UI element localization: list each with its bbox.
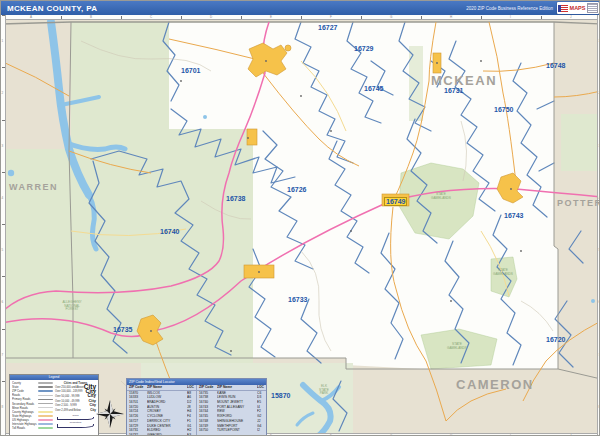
- map-sheet: ABCDEFGHIJ ABCDEFGHIJ 12345678 12345678 …: [0, 0, 600, 436]
- county-map: [1, 1, 600, 436]
- grid-tick: [421, 16, 422, 19]
- grid-label: G: [390, 16, 392, 19]
- legend-road-list: CountyStateZIP CodeRoadsPrimary RoadsSec…: [10, 380, 54, 430]
- scale-bar-km: kilometers: [55, 421, 96, 428]
- legend-city-label: Over 250,000 and Above: [55, 386, 84, 389]
- legend-road-sample: [38, 423, 53, 425]
- grid-tick: [2, 381, 5, 382]
- legend-road-sample: [38, 427, 53, 429]
- page-title: MCKEAN COUNTY, PA: [7, 4, 466, 13]
- legend-road-sample: [38, 415, 53, 417]
- legend-road-sample: [38, 403, 53, 405]
- grid-tick: [481, 16, 482, 19]
- grid-label: E: [270, 16, 272, 19]
- grid-label: 4: [2, 197, 4, 200]
- grid-tick: [241, 16, 242, 19]
- legend-road-sample: [38, 386, 53, 388]
- grid-label: J: [570, 16, 572, 19]
- grid-tick: [181, 16, 182, 19]
- grid-tick: [2, 67, 5, 68]
- scale-miles-bar: [57, 417, 94, 421]
- grid-tick: [2, 276, 5, 277]
- logo-brand: MAPS: [570, 5, 586, 11]
- city-smethport: [382, 194, 409, 206]
- grid-strip-top: ABCDEFGHIJ: [1, 15, 600, 20]
- grid-tick: [61, 16, 62, 19]
- grid-label: A: [30, 16, 32, 19]
- legend-road-sample: [38, 419, 53, 421]
- col-zip-code: ZIP Code: [196, 385, 217, 390]
- grid-tick: [2, 329, 5, 330]
- zip-index-table: ZIP Code Index/Grid Locator ZIP Code ZIP…: [126, 378, 267, 436]
- grid-tick: [121, 16, 122, 19]
- grid-label: C: [150, 16, 152, 19]
- col-loc: LOC: [187, 385, 196, 390]
- publisher-logo: MAPS: [557, 2, 599, 14]
- compass-rose: [95, 399, 125, 429]
- zip-table-body: 15870WILCOXB816735KANEC616333LUDLOWA6167…: [127, 391, 266, 436]
- legend-road-item: Toll Roads: [12, 426, 53, 430]
- city-bradford-east: [285, 45, 291, 51]
- grid-label: I: [510, 16, 511, 19]
- grid-label: 1: [2, 40, 4, 43]
- grid-label: B: [90, 16, 92, 19]
- legend-city-item: Over 2,499 and BelowCity: [55, 408, 96, 413]
- legend-city-label: Over 100,000 - 249,999: [55, 390, 82, 393]
- grid-label: 3: [2, 145, 4, 148]
- grid-tick: [2, 15, 5, 16]
- legend-city-label: Over 2,499 and Below: [55, 409, 81, 412]
- col-zip-name: ZIP Name: [217, 385, 257, 390]
- grid-label: H: [450, 16, 452, 19]
- grid-label: 2: [2, 92, 4, 95]
- legend-city-label: Over 10,000 - 49,999: [55, 400, 80, 403]
- legend-city-label: Over 50,000 - 99,999: [55, 395, 80, 398]
- title-bar: MCKEAN COUNTY, PA 2020 ZIP Code Business…: [1, 1, 600, 15]
- legend-panel: Legend CountyStateZIP CodeRoadsPrimary R…: [9, 374, 99, 436]
- legend-road-sample: [38, 399, 53, 401]
- legend-road-label: Toll Roads: [12, 426, 38, 430]
- scale-km-bar: [57, 424, 94, 428]
- grid-tick: [541, 16, 542, 19]
- col-loc: LOC: [257, 385, 266, 390]
- grid-label: D: [210, 16, 212, 19]
- legend-city-list: Over 250,000 and AboveCityOver 100,000 -…: [55, 385, 96, 413]
- grid-label: 5: [2, 249, 4, 252]
- flag-icon: [558, 5, 568, 12]
- col-zip-name: ZIP Name: [147, 385, 187, 390]
- col-zip-code: ZIP Code: [127, 385, 147, 390]
- grid-label: F: [330, 16, 332, 19]
- legend-city-label: Over 2,500 - 9,999: [55, 404, 77, 407]
- grid-tick: [2, 172, 5, 173]
- scale-bar-miles: miles: [55, 414, 96, 421]
- legend-city-col: Cities and Towns Over 250,000 and AboveC…: [54, 380, 98, 430]
- compass-star: [96, 400, 124, 428]
- legend-road-sample: [38, 395, 53, 397]
- grid-tick: [361, 16, 362, 19]
- grid-tick: [2, 224, 5, 225]
- legend-road-sample: [38, 407, 53, 409]
- grid-label: 8: [2, 406, 4, 409]
- grid-strip-left: 12345678: [1, 15, 6, 436]
- legend-road-sample: [38, 390, 53, 392]
- grid-tick: [301, 16, 302, 19]
- edition-label: 2020 ZIP Code Business Reference Edition: [466, 6, 553, 11]
- legend-road-sample: [38, 382, 53, 384]
- grid-tick: [2, 120, 5, 121]
- logo-fineprint-icon: [587, 3, 598, 13]
- legend-road-sample: [38, 411, 53, 413]
- city-lewis-run: [247, 129, 257, 145]
- grid-label: 7: [2, 354, 4, 357]
- grid-label: 6: [2, 301, 4, 304]
